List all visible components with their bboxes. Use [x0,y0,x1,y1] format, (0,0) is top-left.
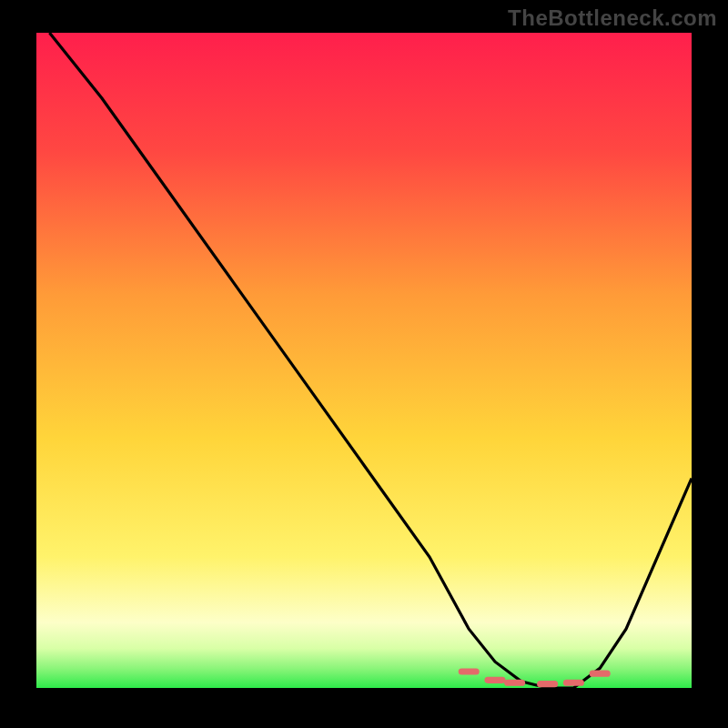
marker-dot [504,680,525,686]
marker-dot [537,681,558,687]
plot-area [36,33,692,688]
marker-dot [459,668,480,674]
watermark-text: TheBottleneck.com [508,5,717,31]
gradient-bg [36,33,692,688]
chart-container: TheBottleneck.com [0,0,728,728]
marker-dot [590,671,611,677]
marker-dot [563,680,584,686]
marker-dot [484,677,505,683]
chart-svg [36,33,692,688]
